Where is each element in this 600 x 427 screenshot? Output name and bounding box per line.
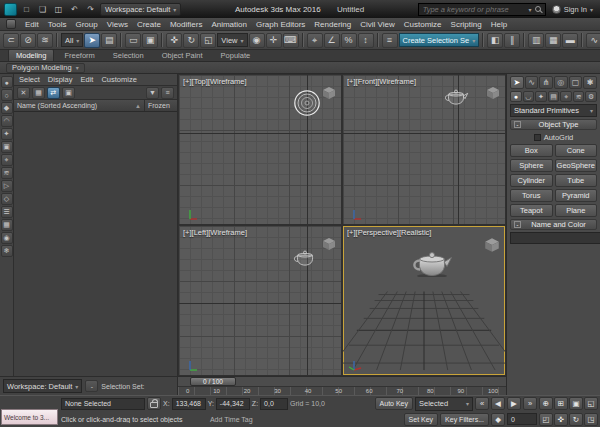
- display-space-warps-icon[interactable]: ≋: [1, 167, 13, 179]
- rectangular-selection-region-icon[interactable]: ▭: [125, 33, 141, 48]
- time-slider-track[interactable]: 0 / 100: [178, 377, 506, 387]
- category-systems-icon[interactable]: ⚙: [585, 91, 597, 102]
- column-header-frozen[interactable]: Frozen: [145, 100, 177, 111]
- teapot-top-view[interactable]: [293, 89, 321, 117]
- mirror-icon[interactable]: ◧: [487, 33, 503, 48]
- search-icon[interactable]: [535, 6, 541, 12]
- select-and-manipulate-icon[interactable]: ✛: [266, 33, 282, 48]
- teapot-button[interactable]: Teapot: [510, 204, 553, 217]
- viewport-top[interactable]: [+][Top][Wireframe]: [179, 75, 341, 224]
- angle-snap-icon[interactable]: ∠: [324, 33, 340, 48]
- display-geometry-icon[interactable]: ◆: [1, 102, 13, 114]
- new-scene-icon[interactable]: □: [20, 3, 33, 16]
- set-key-button[interactable]: Set Key: [404, 413, 439, 426]
- select-and-move-icon[interactable]: ✜: [166, 33, 182, 48]
- category-cameras-icon[interactable]: ▤: [548, 91, 560, 102]
- display-all-icon[interactable]: ●: [1, 76, 13, 88]
- edit-named-selection-sets-icon[interactable]: ≡: [382, 33, 398, 48]
- category-space-warps-icon[interactable]: ≋: [573, 91, 585, 102]
- zoom-region-icon[interactable]: ◰: [539, 413, 553, 426]
- viewcube-icon[interactable]: [483, 236, 501, 254]
- coord-z-field[interactable]: 0,0: [260, 398, 288, 410]
- cylinder-button[interactable]: Cylinder: [510, 174, 553, 187]
- use-pivot-point-center-icon[interactable]: ◉: [249, 33, 265, 48]
- display-xrefs-icon[interactable]: ◇: [1, 193, 13, 205]
- primitives-category-dropdown[interactable]: Standard Primitives ▾: [510, 104, 597, 117]
- clear-search-icon[interactable]: ✕: [17, 87, 30, 99]
- go-to-end-button[interactable]: »: [523, 397, 537, 410]
- object-type-rollout[interactable]: - Object Type: [510, 119, 597, 130]
- menu-item-scripting[interactable]: Scripting: [451, 20, 482, 29]
- auto-key-button[interactable]: Auto Key: [375, 397, 413, 410]
- coord-x-field[interactable]: 133,468: [172, 398, 206, 410]
- menu-item-graph-editors[interactable]: Graph Editors: [256, 20, 305, 29]
- ribbon-toggle-icon[interactable]: ▬: [562, 33, 578, 48]
- welcome-window-minimized[interactable]: Welcome to 3...: [1, 409, 58, 425]
- select-and-scale-icon[interactable]: ◱: [200, 33, 216, 48]
- display-lights-icon[interactable]: ✦: [1, 128, 13, 140]
- category-helpers-icon[interactable]: ⌖: [560, 91, 572, 102]
- percent-snap-icon[interactable]: %: [341, 33, 357, 48]
- viewport-front[interactable]: [+][Front][Wireframe]: [343, 75, 505, 224]
- menu-item-help[interactable]: Help: [491, 20, 507, 29]
- display-materials-icon[interactable]: ◉: [1, 232, 13, 244]
- selection-filter-dropdown[interactable]: All ▾: [61, 33, 83, 47]
- cone-button[interactable]: Cone: [555, 144, 598, 157]
- display-none-icon[interactable]: ○: [1, 89, 13, 101]
- select-by-name-icon[interactable]: ▤: [101, 33, 117, 48]
- redo-icon[interactable]: ↷: [84, 3, 97, 16]
- reference-coordinate-system-dropdown[interactable]: View ▾: [217, 33, 247, 47]
- display-groups-icon[interactable]: ▷: [1, 180, 13, 192]
- autogrid-checkbox[interactable]: [534, 134, 541, 141]
- snaps-toggle-icon[interactable]: ⌖: [307, 33, 323, 48]
- pan-icon[interactable]: ✜: [554, 413, 568, 426]
- key-mode-toggle-button[interactable]: ◆: [491, 413, 505, 426]
- named-selection-sets-dropdown[interactable]: Create Selection Se ▾: [399, 33, 480, 47]
- key-mode-dropdown[interactable]: Selected ▾: [415, 397, 473, 411]
- viewcube-icon[interactable]: [485, 85, 501, 101]
- ribbon-tab-populate[interactable]: Populate: [213, 49, 259, 61]
- viewport-left-label[interactable]: [+][Left][Wireframe]: [183, 228, 247, 237]
- play-animation-button[interactable]: ▶: [507, 397, 521, 410]
- select-and-link-icon[interactable]: ⊂: [3, 33, 19, 48]
- ribbon-tab-object-paint[interactable]: Object Paint: [154, 49, 211, 61]
- filter-display-icon[interactable]: ▼: [146, 87, 159, 99]
- viewport-front-label[interactable]: [+][Front][Wireframe]: [347, 77, 416, 86]
- display-cameras-icon[interactable]: ▣: [1, 141, 13, 153]
- workspace-dropdown[interactable]: Workspace: Default ▾: [100, 3, 181, 16]
- save-file-icon[interactable]: ◫: [52, 3, 65, 16]
- geosphere-button[interactable]: GeoSphere: [555, 159, 598, 172]
- explorer-settings-icon[interactable]: ≡: [161, 87, 174, 99]
- viewport-perspective[interactable]: [+][Perspective][Realistic]: [343, 226, 505, 375]
- viewport-perspective-label[interactable]: [+][Perspective][Realistic]: [347, 228, 431, 237]
- ribbon-tab-modeling[interactable]: Modeling: [8, 49, 54, 61]
- explorer-item-list[interactable]: [14, 112, 177, 376]
- menu-item-tools[interactable]: Tools: [48, 20, 67, 29]
- menu-item-views[interactable]: Views: [107, 20, 128, 29]
- current-frame-field[interactable]: 0: [507, 413, 537, 425]
- scene-explorer-toggle-icon[interactable]: ▥: [528, 33, 544, 48]
- bind-to-space-warp-icon[interactable]: ≋: [37, 33, 53, 48]
- search-input[interactable]: [423, 5, 526, 14]
- pyramid-button[interactable]: Pyramid: [555, 189, 598, 202]
- box-button[interactable]: Box: [510, 144, 553, 157]
- tab-modify-icon[interactable]: ∿: [525, 76, 539, 89]
- select-object-icon[interactable]: ➤: [84, 33, 100, 48]
- display-bones-icon[interactable]: ☰: [1, 206, 13, 218]
- category-lights-icon[interactable]: ✦: [535, 91, 547, 102]
- viewport-top-label[interactable]: [+][Top][Wireframe]: [183, 77, 247, 86]
- add-time-tag[interactable]: Add Time Tag: [210, 416, 253, 423]
- application-menu-icon[interactable]: [6, 19, 16, 29]
- window-crossing-icon[interactable]: ▣: [142, 33, 158, 48]
- display-helpers-icon[interactable]: ⌖: [1, 154, 13, 166]
- zoom-extents-icon[interactable]: ▣: [569, 397, 583, 410]
- selection-lock-toggle[interactable]: [147, 397, 161, 410]
- curve-editor-icon[interactable]: ∿: [586, 33, 600, 48]
- viewcube-icon[interactable]: [321, 236, 337, 252]
- explorer-menu-customize[interactable]: Customize: [101, 75, 136, 84]
- chevron-down-icon[interactable]: ▾: [529, 6, 532, 13]
- column-header-name[interactable]: Name (Sorted Ascending) ▲: [14, 100, 145, 111]
- select-all-icon[interactable]: ▦: [32, 87, 45, 99]
- undo-icon[interactable]: ↶: [68, 3, 81, 16]
- menu-item-create[interactable]: Create: [137, 20, 161, 29]
